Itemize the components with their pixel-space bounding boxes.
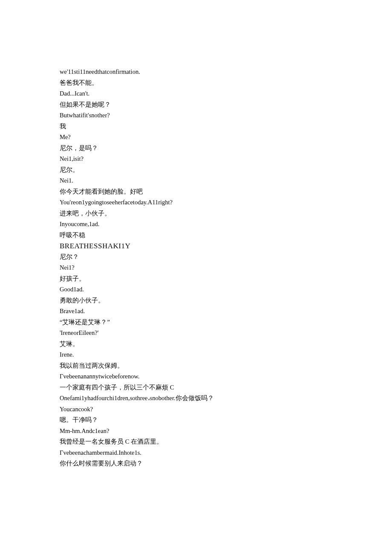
text-line: Dad...Ican't.: [60, 88, 332, 99]
text-line: Nei1,isit?: [60, 154, 332, 165]
text-line: 尼尔？: [60, 252, 332, 263]
text-line: BREATHESSHAKI1Y: [60, 241, 332, 252]
text-line: Nei1?: [60, 262, 332, 273]
text-line: 尼尔。: [60, 165, 332, 176]
text-line: 爸爸我不能。: [60, 78, 332, 89]
text-line: 勇敢的小伙子。: [60, 295, 332, 306]
content-block: we'11sti11needthatconfirmation.爸爸我不能。Dad…: [60, 67, 332, 469]
text-line: 艾琳。: [60, 339, 332, 350]
text-line: 但如果不是她呢？: [60, 99, 332, 110]
text-line: Good1ad.: [60, 284, 332, 295]
text-line: Irene.: [60, 349, 332, 360]
text-line: 我: [60, 121, 332, 132]
text-line: Nei1.: [60, 175, 332, 186]
text-line: 一个家庭有四个孩子，所以三个不麻烦 C: [60, 382, 332, 393]
text-line: 嗯。干净吗？: [60, 415, 332, 426]
text-line: 你什么时候需要别人来启动？: [60, 458, 332, 469]
text-line: Butwhatifit'snother?: [60, 110, 332, 121]
text-line: Onefami1yhadfourchi1dren,sothree،snoboth…: [60, 393, 332, 404]
text-line: 你今天才能看到她的脸。好吧: [60, 186, 332, 198]
text-line: 'IreneorEiIeen?': [60, 328, 332, 339]
document-page: we'11sti11needthatconfirmation.爸爸我不能。Dad…: [0, 0, 392, 469]
text-line: 我曾经是一名女服务员 C 在酒店里。: [60, 436, 332, 447]
text-line: Me?: [60, 132, 332, 143]
text-line: 好孩子。: [60, 273, 332, 285]
text-line: “艾琳还是艾琳？”: [60, 317, 332, 328]
text-line: 尼尔，是吗？: [60, 143, 332, 154]
text-line: You'reon1ygoingtoseeherfacetoday.A11righ…: [60, 197, 332, 208]
text-line: Inyoucome,1ad.: [60, 219, 332, 230]
text-line: 我以前当过两次保姆。: [60, 360, 332, 372]
text-line: Youcancook?: [60, 404, 332, 415]
text-line: Brave1ad.: [60, 306, 332, 317]
text-line: 进来吧，小伙子。: [60, 208, 332, 219]
text-line: Γvebeenanannytwicebeforenow.: [60, 371, 332, 382]
text-line: Γvebeenachambermaid.Inhote1s.: [60, 447, 332, 459]
text-line: 呼吸不稳: [60, 230, 332, 241]
text-line: we'11sti11needthatconfirmation.: [60, 67, 332, 78]
text-line: Mm-hm.Andc1ean?: [60, 426, 332, 437]
